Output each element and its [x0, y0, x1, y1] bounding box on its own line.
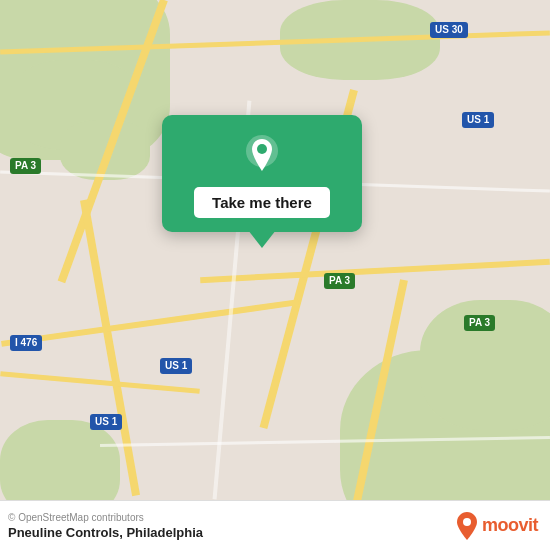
location-pin-icon — [240, 133, 284, 177]
popup-card: Take me there — [162, 115, 362, 232]
location-name: Pneuline Controls, Philadelphia — [8, 525, 203, 540]
take-me-there-button[interactable]: Take me there — [194, 187, 330, 218]
moovit-logo: moovit — [456, 512, 538, 540]
moovit-pin-icon — [456, 512, 478, 540]
road-badge-us30: US 30 — [430, 22, 468, 38]
svg-point-2 — [463, 518, 471, 526]
copyright-text: © OpenStreetMap contributors — [8, 512, 203, 523]
bottom-bar: © OpenStreetMap contributors Pneuline Co… — [0, 500, 550, 550]
road-badge-us1-ne: US 1 — [462, 112, 494, 128]
road-badge-pa3-main: PA 3 — [10, 158, 41, 174]
road-badge-i476: I 476 — [10, 335, 42, 351]
map-container: US 30 US 1 PA 3 PA 3 PA 3 I 476 US 1 US … — [0, 0, 550, 550]
svg-point-1 — [257, 144, 267, 154]
road-badge-pa3-center: PA 3 — [324, 273, 355, 289]
road-badge-pa3-right: PA 3 — [464, 315, 495, 331]
bottom-left: © OpenStreetMap contributors Pneuline Co… — [8, 512, 203, 540]
road-badge-us1-bottom: US 1 — [90, 414, 122, 430]
road-badge-us1-sw: US 1 — [160, 358, 192, 374]
moovit-brand-text: moovit — [482, 515, 538, 536]
